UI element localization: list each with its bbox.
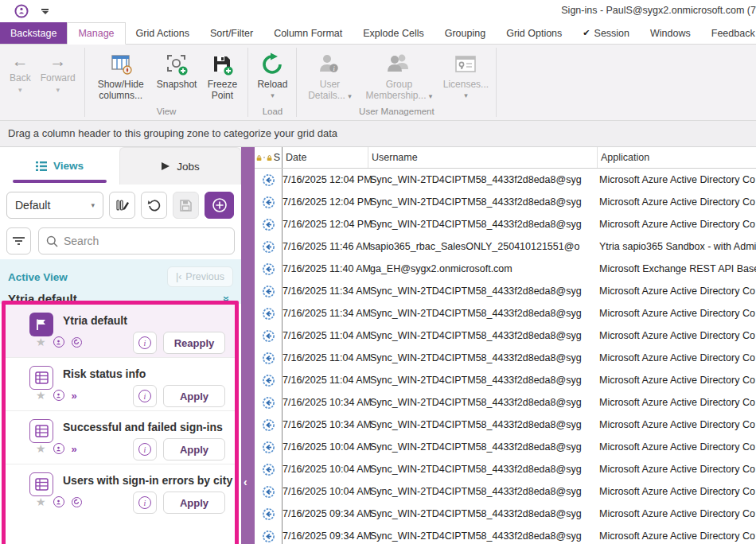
views-highlight-box: Ytria default ★ » i Reapply	[2, 301, 239, 544]
ribbon-tab-label: Column Format	[274, 28, 342, 39]
tab-jobs[interactable]: Jobs	[119, 147, 241, 185]
show-hide-columns-button[interactable]: Show/Hide columns...	[89, 48, 153, 105]
grid-header-status[interactable]: S	[255, 147, 283, 168]
cell-date: 7/16/2025 11:46 AM	[283, 241, 368, 252]
group-membership-button[interactable]: Group Membership... ▾	[358, 48, 439, 105]
active-view-label: Active View	[8, 271, 68, 283]
view-list-item[interactable]: Ytria default ★ » i Reapply	[6, 305, 235, 358]
reload-button[interactable]: Reload ▾	[252, 48, 292, 105]
star-icon[interactable]: ★	[36, 495, 46, 508]
apply-view-button[interactable]: Apply	[163, 492, 225, 514]
filter-button[interactable]	[6, 227, 31, 255]
save-view-button[interactable]	[173, 192, 199, 219]
table-row[interactable]: 7/16/2025 11:04 AM Sync_WIN-2TD4CIPTM58_…	[255, 324, 756, 347]
ribbon-tab-label: Backstage	[10, 28, 57, 39]
table-row[interactable]: 7/16/2025 10:04 AM Sync_WIN-2TD4CIPTM58_…	[255, 458, 756, 480]
table-row[interactable]: 7/16/2025 09:34 AM Sync_WIN-2TD4CIPTM58_…	[255, 525, 756, 544]
view-list-item[interactable]: Risk status info ★ » i Apply	[6, 358, 235, 411]
sign-in-icon	[255, 213, 283, 235]
quick-access-menu-icon[interactable]	[41, 9, 49, 14]
licenses-button[interactable]: Licenses... ▾	[439, 48, 492, 105]
sign-in-icon	[255, 235, 283, 258]
view-list-item[interactable]: Successful and failed sign-ins ★ » i	[6, 411, 235, 464]
view-list-item[interactable]: Users with sign-in errors by city ★ » i	[6, 464, 235, 518]
edit-views-button[interactable]	[109, 192, 135, 219]
cell-date: 7/16/2025 12:04 PM	[283, 219, 368, 230]
grouping-zone[interactable]: Drag a column header to this grouping zo…	[0, 121, 756, 147]
table-row[interactable]: 7/16/2025 10:04 AM Sync_WIN-2TD4CIPTM58_…	[255, 436, 756, 458]
star-icon[interactable]: ★	[36, 336, 46, 348]
cell-date: 7/16/2025 12:04 PM	[283, 196, 368, 208]
table-row[interactable]: 7/16/2025 11:04 AM Sync_WIN-2TD4CIPTM58_…	[255, 369, 756, 391]
view-info-button[interactable]: i	[133, 332, 157, 354]
cell-username: Sync_WIN-2TD4CIPTM58_4433f2d8eda8@syg	[368, 219, 598, 230]
search-row	[0, 222, 241, 259]
table-row[interactable]: 7/16/2025 12:04 PM Sync_WIN-2TD4CIPTM58_…	[255, 169, 756, 191]
grid-header-date[interactable]: Date	[283, 147, 368, 168]
save-icon	[179, 199, 193, 212]
ribbon-tab-label: Grid Actions	[136, 28, 189, 39]
grid-header-username[interactable]: Username	[368, 147, 598, 168]
table-row[interactable]: 7/16/2025 11:40 AM ga_EH@sygx2.onmicroso…	[255, 258, 756, 280]
apply-view-button[interactable]: Apply	[163, 385, 225, 407]
table-row[interactable]: 7/16/2025 11:34 AM Sync_WIN-2TD4CIPTM58_…	[255, 280, 756, 302]
back-button[interactable]: ← Back ▾	[5, 48, 36, 115]
tab-views[interactable]: Views	[0, 147, 119, 185]
ribbon-tab[interactable]: ✔ Manage	[67, 22, 125, 45]
table-row[interactable]: 7/16/2025 10:04 AM Sync_WIN-2TD4CIPTM58_…	[255, 480, 756, 503]
star-icon[interactable]: ★	[36, 389, 46, 402]
previous-view-button[interactable]: |‹Previous	[167, 266, 233, 287]
table-row[interactable]: 7/16/2025 11:46 AM sapio365_rbac_SalesON…	[255, 235, 756, 258]
ribbon-tab[interactable]: ✔ Grid Actions	[126, 22, 200, 44]
ribbon-tab[interactable]: ✔ Grid Options	[496, 22, 572, 44]
chevron-down-icon: ▾	[18, 86, 22, 94]
sign-in-icon	[255, 324, 283, 347]
ribbon-tab[interactable]: ✔ Backstage	[0, 22, 67, 44]
ribbon-tab[interactable]: ✔ Column Format	[263, 22, 353, 44]
ribbon-tab[interactable]: ✔ Feedback	[701, 22, 756, 44]
cell-date: 7/16/2025 11:04 AM	[283, 375, 368, 386]
view-info-button[interactable]: i	[133, 438, 157, 460]
cell-username: Sync_WIN-2TD4CIPTM58_4433f2d8eda8@syg	[368, 486, 598, 497]
table-row[interactable]: 7/16/2025 11:34 AM Sync_WIN-2TD4CIPTM58_…	[255, 302, 756, 324]
table-row[interactable]: 7/16/2025 09:34 AM Sync_WIN-2TD4CIPTM58_…	[255, 503, 756, 525]
grid-header-application[interactable]: Application	[598, 147, 756, 168]
view-info-button[interactable]: i	[133, 385, 157, 407]
undo-button[interactable]	[141, 192, 167, 219]
table-row[interactable]: 7/16/2025 12:04 PM Sync_WIN-2TD4CIPTM58_…	[255, 191, 756, 213]
table-row[interactable]: 7/16/2025 12:04 PM Sync_WIN-2TD4CIPTM58_…	[255, 213, 756, 235]
shared-icon: »	[72, 390, 76, 402]
cell-username: sapio365_rbac_SalesONLY_250410121551@o	[368, 241, 598, 252]
tab-views-label: Views	[53, 160, 84, 172]
sign-in-icon	[255, 391, 283, 414]
info-icon: i	[138, 390, 151, 402]
add-view-button[interactable]	[205, 192, 234, 219]
freeze-point-button[interactable]: Freeze Point	[201, 48, 244, 105]
play-icon	[161, 161, 170, 171]
list-grid-icon	[36, 161, 47, 171]
apply-view-button[interactable]: Apply	[163, 438, 225, 460]
shared-icon: »	[72, 443, 76, 455]
ribbon-separator	[496, 48, 497, 117]
ribbon-tab[interactable]: ✔ Session	[572, 22, 640, 44]
apply-view-button[interactable]: Reapply	[163, 332, 225, 354]
view-category-dropdown[interactable]: Default ▾	[6, 192, 103, 219]
ribbon-tab[interactable]: ✔ Grouping	[435, 22, 496, 44]
panel-collapse-strip[interactable]: ‹	[241, 147, 255, 544]
table-row[interactable]: 7/16/2025 11:04 AM Sync_WIN-2TD4CIPTM58_…	[255, 347, 756, 369]
forward-button[interactable]: → Forward ▾	[36, 48, 80, 115]
snapshot-button[interactable]: Snapshot	[153, 48, 201, 105]
ribbon-group-view: Show/Hide columns... Snapshot	[86, 45, 247, 120]
ribbon-tab[interactable]: ✔ Windows	[640, 22, 701, 44]
cell-application: Microsoft Azure Active Directory Co	[598, 419, 756, 430]
star-icon[interactable]: ★	[36, 442, 46, 455]
ribbon-tab[interactable]: ✔ Explode Cells	[353, 22, 434, 44]
sign-in-icon	[255, 525, 283, 544]
search-input[interactable]	[64, 235, 227, 247]
user-details-button[interactable]: i User Details... ▾	[301, 48, 358, 105]
info-icon: i	[138, 496, 151, 509]
ribbon-tab[interactable]: ✔ Sort/Filter	[200, 22, 263, 44]
view-info-button[interactable]: i	[133, 492, 157, 514]
table-row[interactable]: 7/16/2025 10:34 AM Sync_WIN-2TD4CIPTM58_…	[255, 414, 756, 436]
table-row[interactable]: 7/16/2025 10:34 AM Sync_WIN-2TD4CIPTM58_…	[255, 391, 756, 414]
